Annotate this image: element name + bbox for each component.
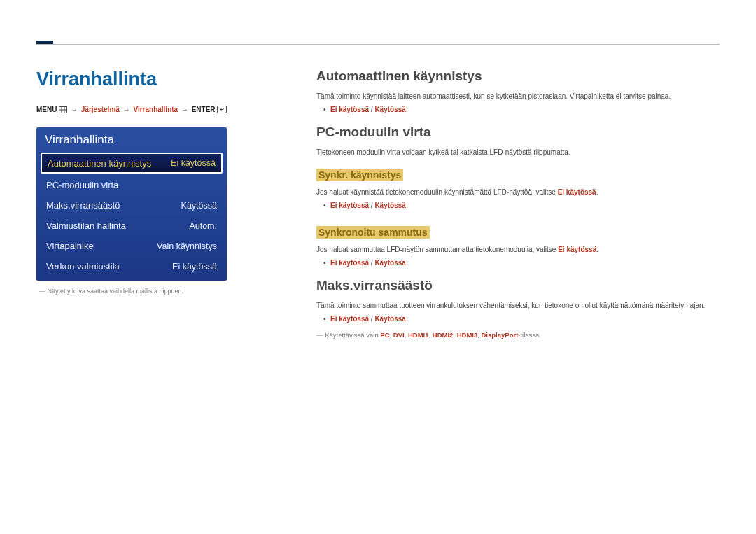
inputs-suffix: -tilassa. <box>518 331 541 339</box>
body-pre: Jos haluat käynnistää tietokonemoduulin … <box>316 188 558 196</box>
option-off: Ei käytössä <box>330 259 369 267</box>
osd-row-label: Maks.virransäästö <box>46 200 181 211</box>
breadcrumb-arrow: → <box>71 106 80 113</box>
body-post: . <box>596 246 598 253</box>
option-off: Ei käytössä <box>330 202 369 209</box>
osd-panel: Virranhallinta Automaattinen käynnistys … <box>36 127 227 281</box>
left-column: Virranhallinta MENU → Järjestelmä → Virr… <box>36 69 239 295</box>
inputs-lead: Käytettävissä vain <box>316 331 380 339</box>
osd-row-label: Virtapainike <box>46 241 157 251</box>
breadcrumb-arrow: → <box>123 106 132 113</box>
breadcrumb-part-1: Järjestelmä <box>81 106 120 113</box>
osd-row-value: Autom. <box>189 221 217 231</box>
breadcrumb-enter-label: ENTER <box>192 106 216 113</box>
input-port: DVI <box>393 331 405 339</box>
input-port: DisplayPort <box>482 331 519 339</box>
osd-row-pc-module[interactable]: PC-moduulin virta <box>36 175 227 195</box>
osd-row-max-save[interactable]: Maks.virransäästö Käytössä <box>36 195 227 216</box>
section-body: Tämä toiminto sammuttaa tuotteen virrank… <box>316 300 720 311</box>
input-port: HDMI2 <box>433 331 454 339</box>
body-red: Ei käytössä <box>558 188 596 196</box>
menu-grid-icon <box>59 106 67 113</box>
option-off-on: Ei käytössä / Käytössä <box>330 259 720 267</box>
breadcrumb-arrow: → <box>181 106 190 113</box>
breadcrumb-menu-label: MENU <box>36 106 57 113</box>
osd-panel-title: Virranhallinta <box>36 127 227 153</box>
subsection-heading-sync-on: Synkr. käynnistys <box>316 169 403 181</box>
option-off: Ei käytössä <box>330 106 369 113</box>
option-off-on: Ei käytössä / Käytössä <box>330 202 720 209</box>
section-auto-start: Automaattinen käynnistys Tämä toiminto k… <box>316 69 720 113</box>
section-heading: PC-moduulin virta <box>316 125 720 140</box>
option-off-on: Ei käytössä / Käytössä <box>330 106 720 113</box>
option-on: Käytössä <box>374 202 405 209</box>
section-body: Tietokoneen moduulin virta voidaan kytke… <box>316 147 720 157</box>
body-post: . <box>596 188 598 196</box>
option-on: Käytössä <box>374 259 405 267</box>
osd-row-label: PC-moduulin virta <box>46 180 217 190</box>
section-heading: Maks.virransäästö <box>316 278 720 293</box>
input-port: PC <box>380 331 389 339</box>
osd-row-value: Ei käytössä <box>172 262 217 272</box>
osd-row-label: Valmiustilan hallinta <box>46 220 189 231</box>
option-off-on: Ei käytössä / Käytössä <box>330 315 720 323</box>
osd-footnote: Näytetty kuva saattaa vaihdella mallista… <box>39 288 239 295</box>
section-pc-module: PC-moduulin virta Tietokoneen moduulin v… <box>316 125 720 267</box>
header-divider <box>36 44 720 45</box>
body-red: Ei käytössä <box>558 246 596 253</box>
osd-row-label: Verkon valmiustila <box>46 261 172 272</box>
available-inputs-note: Käytettävissä vain PC, DVI, HDMI1, HDMI2… <box>316 331 720 339</box>
option-off: Ei käytössä <box>330 315 369 323</box>
osd-row-value: Käytössä <box>181 201 217 211</box>
osd-row-network-standby[interactable]: Verkon valmiustila Ei käytössä <box>36 256 227 276</box>
option-on: Käytössä <box>374 106 405 113</box>
subsection-body: Jos haluat sammuttaa LFD-näytön sammutta… <box>316 244 720 255</box>
osd-row-standby[interactable]: Valmiustilan hallinta Autom. <box>36 216 227 236</box>
osd-row-value: Vain käynnistys <box>157 241 217 251</box>
osd-row-label: Automaattinen käynnistys <box>48 158 171 169</box>
body-pre: Jos haluat sammuttaa LFD-näytön sammutta… <box>316 246 558 253</box>
breadcrumb: MENU → Järjestelmä → Virranhallinta → EN… <box>36 106 239 113</box>
osd-row-power-button[interactable]: Virtapainike Vain käynnistys <box>36 236 227 256</box>
osd-row-auto-start[interactable]: Automaattinen käynnistys Ei käytössä <box>41 153 223 174</box>
section-max-save: Maks.virransäästö Tämä toiminto sammutta… <box>316 278 720 339</box>
page-title: Virranhallinta <box>36 69 239 90</box>
input-port: HDMI1 <box>408 331 429 339</box>
subsection-heading-sync-off: Synkronoitu sammutus <box>316 226 430 239</box>
subsection-body: Jos haluat käynnistää tietokonemoduulin … <box>316 187 720 197</box>
section-body: Tämä toiminto käynnistää laitteen automa… <box>316 91 720 101</box>
section-heading: Automaattinen käynnistys <box>316 69 720 84</box>
option-on: Käytössä <box>374 315 405 323</box>
osd-row-value: Ei käytössä <box>171 158 216 168</box>
right-column: Automaattinen käynnistys Tämä toiminto k… <box>316 69 720 350</box>
input-port: HDMI3 <box>457 331 478 339</box>
breadcrumb-part-2: Virranhallinta <box>133 106 178 113</box>
enter-icon <box>217 106 227 113</box>
